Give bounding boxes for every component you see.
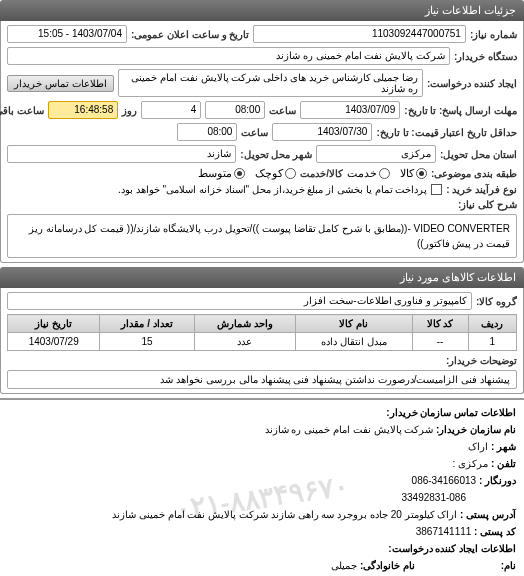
radio-med-label: متوسط	[198, 167, 232, 180]
val-city: اراک	[468, 441, 488, 452]
radio-group-size: کوچک متوسط	[198, 167, 296, 180]
checkbox-pay[interactable]	[431, 184, 442, 195]
val-name-fam: جمیلی	[331, 560, 357, 571]
lbl-addr: آدرس پستی :	[460, 509, 516, 520]
items-table: ردیف کد کالا نام کالا واحد شمارش تعداد /…	[7, 314, 517, 351]
field-creator: رضا جمیلی کارشناس خرید های داخلی شرکت پا…	[118, 69, 424, 97]
radio-dot-icon	[416, 168, 427, 179]
td-n: 1	[468, 333, 516, 351]
lbl-fax: دورنگار :	[479, 475, 516, 486]
lbl-creator: ایجاد کننده درخواست:	[427, 78, 517, 89]
lbl-tel: تلفن :	[491, 458, 516, 469]
table-row[interactable]: 1 -- مبدل انتقال داده عدد 15 1403/07/29	[8, 333, 517, 351]
buyer-note: پیشنهاد فنی الزامیست/درصورت نداشتن پیشنه…	[7, 370, 517, 389]
field-province: مرکزی	[316, 145, 436, 163]
radio-service[interactable]: خدمت	[347, 167, 390, 180]
th-date: تاریخ نیاز	[8, 315, 100, 333]
desc-box: VIDEO CONVERTER -((مطابق با شرح کامل تقا…	[7, 214, 517, 258]
lbl-req-no: شماره نیاز:	[470, 29, 517, 40]
radio-goods[interactable]: کالا	[400, 167, 427, 180]
lbl-org: نام سازمان خریدار:	[436, 424, 516, 435]
contact-header: اطلاعات تماس سازمان خریدار:	[386, 407, 516, 418]
td-qty: 15	[100, 333, 194, 351]
section-header-items: اطلاعات کالاهای مورد نیاز	[0, 267, 524, 288]
field-price-valid-date: 1403/07/30	[272, 123, 372, 141]
field-deadline-date: 1403/07/09	[300, 101, 400, 119]
val-post: 3867141111	[416, 526, 472, 537]
field-deadline-time: 08:00	[205, 101, 265, 119]
radio-dot-icon	[285, 168, 296, 179]
radio-dot-icon	[379, 168, 390, 179]
section-header-details: جزئیات اطلاعات نیاز	[0, 0, 524, 21]
field-delivery-city: شازند	[7, 145, 236, 163]
td-code: --	[412, 333, 468, 351]
lbl-name-fam: نام خانوادگی:	[360, 560, 415, 571]
th-qty: تعداد / مقدار	[100, 315, 194, 333]
lbl-city: استان محل تحویل:	[440, 149, 517, 160]
field-group: کامپیوتر و فناوری اطلاعات-سخت افزار	[7, 292, 472, 310]
th-code: کد کالا	[412, 315, 468, 333]
lbl-name: نام:	[501, 560, 516, 571]
radio-service-label: خدمت	[347, 167, 377, 180]
val-addr: اراک کیلومتر 20 جاده بروجرد سه راهی شازن…	[112, 509, 457, 520]
lbl-time2: ساعت	[241, 127, 268, 138]
lbl-budget: طبقه بندی موضوعی:	[431, 168, 517, 179]
contact-section: ۰۲۱-۸۸۳۴۹۶۷۰ اطلاعات تماس سازمان خریدار:…	[0, 398, 524, 576]
items-body: گروه کالا: کامپیوتر و فناوری اطلاعات-سخت…	[0, 288, 524, 394]
val-tel: مرکزی :	[453, 458, 489, 469]
lbl-group: گروه کالا:	[476, 296, 517, 307]
field-public-dt: 1403/07/04 - 15:05	[7, 25, 127, 43]
lbl-buyer-org: دستگاه خریدار:	[454, 51, 517, 62]
field-req-no: 1103092447000751	[253, 25, 465, 43]
lbl-remain: ساعت باقی مانده	[0, 105, 44, 116]
td-date: 1403/07/29	[8, 333, 100, 351]
field-buyer-org: شرکت پالایش نفت امام خمینی ره شازند	[7, 47, 450, 65]
lbl-desc: شرح کلی نیاز:	[458, 199, 517, 210]
field-price-valid-time: 08:00	[177, 123, 237, 141]
val-fax: 34166013-086	[412, 475, 477, 486]
radio-dot-icon	[234, 168, 245, 179]
radio-group-type: کالا خدمت	[347, 167, 427, 180]
td-unit: عدد	[194, 333, 295, 351]
radio-goods-label: کالا	[400, 167, 414, 180]
val-org: شرکت پالایش نفت امام خمینی ره شازند	[265, 424, 434, 435]
th-name: نام کالا	[296, 315, 413, 333]
lbl-price-valid: حداقل تاریخ اعتبار قیمت: تا تاریخ:	[376, 127, 517, 138]
btn-buyer-contact[interactable]: اطلاعات تماس خریدار	[7, 75, 114, 92]
lbl-time1: ساعت	[269, 105, 296, 116]
lbl-public-dt: تاریخ و ساعت اعلان عمومی:	[131, 29, 249, 40]
field-countdown: 16:48:58	[48, 101, 118, 119]
val-fax2: 33492831-086	[401, 492, 466, 503]
field-days-remain: 4	[141, 101, 201, 119]
radio-small-label: کوچک	[255, 167, 283, 180]
lbl-buyer-note: توضیحات خریدار:	[446, 355, 517, 366]
chk-pay-label: پرداخت تمام یا بخشی از مبلغ خرید،از محل …	[118, 184, 427, 195]
lbl-deadline: مهلت ارسال پاسخ: تا تاریخ:	[404, 105, 517, 116]
th-unit: واحد شمارش	[194, 315, 295, 333]
th-row: ردیف	[468, 315, 516, 333]
lbl-creator-info: اطلاعات ایجاد کننده درخواست:	[388, 543, 516, 554]
lbl-days: روز	[122, 105, 137, 116]
lbl-post: کد پستی :	[474, 526, 516, 537]
radio-small[interactable]: کوچک	[255, 167, 296, 180]
radio-med[interactable]: متوسط	[198, 167, 245, 180]
lbl-contact-city: شهر :	[491, 441, 516, 452]
lbl-delivery-city: شهر محل تحویل:	[240, 149, 312, 160]
lbl-cur: کالا/خدمت	[300, 168, 343, 179]
lbl-pay-type: نوع فرآیند خرید :	[446, 184, 517, 195]
td-name: مبدل انتقال داده	[296, 333, 413, 351]
details-body: شماره نیاز: 1103092447000751 تاریخ و ساع…	[0, 21, 524, 263]
